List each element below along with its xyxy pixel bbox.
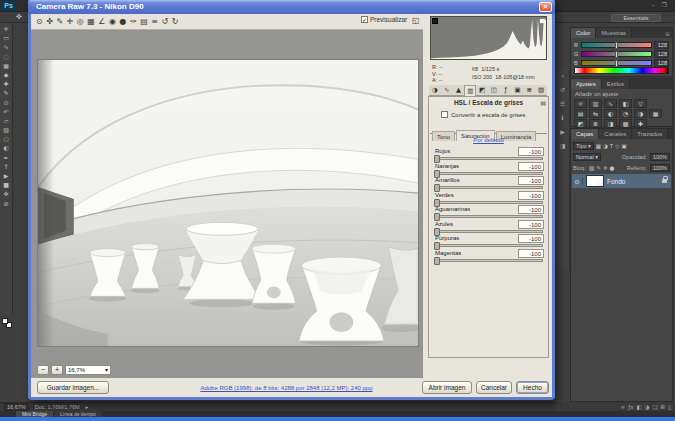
adj-posterize-icon[interactable]: ≣ — [589, 119, 602, 128]
slider-handle[interactable] — [434, 257, 440, 265]
slider-track[interactable] — [434, 215, 543, 218]
layer-row-background[interactable]: ⊙ Fondo — [572, 174, 671, 188]
layer-filter-select[interactable]: Tipo ▾ — [573, 142, 594, 150]
cr-targeted-adjustment-tool-icon[interactable]: ◎ — [77, 17, 84, 27]
adj-photo-filter-icon[interactable]: ◔ — [619, 109, 632, 118]
cr-preferences-icon[interactable]: ≡ — [151, 17, 158, 27]
opacity-value[interactable]: 100% — [650, 153, 670, 161]
filter-smart-icon[interactable]: ▣ — [621, 143, 626, 149]
convert-grayscale-toggle[interactable]: Convertir a escala de grises — [441, 111, 525, 118]
cr-white-balance-tool-icon[interactable]: ✎ — [56, 17, 63, 27]
hand-tool-icon[interactable]: ✜ — [3, 191, 8, 197]
cr-tab-lens-corrections-icon[interactable]: ◫ — [488, 85, 500, 96]
foreground-color-swatch[interactable] — [2, 318, 8, 324]
cr-adjustment-brush-tool-icon[interactable]: ✑ — [130, 17, 137, 27]
window-restore-icon[interactable]: ❐ — [662, 1, 667, 8]
channel-slider-handle[interactable] — [615, 51, 618, 58]
slider-track[interactable] — [434, 244, 543, 247]
tab-trazados[interactable]: Trazados — [632, 129, 668, 139]
adj-color-balance-icon[interactable]: ⇆ — [589, 109, 602, 118]
slider-value[interactable]: -100 — [518, 234, 544, 243]
actions-panel-icon[interactable]: ▶ — [560, 128, 565, 135]
color-spectrum-ramp[interactable] — [574, 67, 669, 74]
slider-value[interactable]: -100 — [518, 176, 544, 185]
adj-hue-saturation-icon[interactable]: ▤ — [574, 109, 587, 118]
clone-stamp-tool-icon[interactable]: ⊙ — [3, 100, 8, 106]
brush-tool-icon[interactable]: ✎ — [3, 90, 8, 96]
preview-image[interactable] — [37, 59, 419, 347]
slider-track[interactable] — [434, 157, 543, 160]
done-button[interactable]: Hecho — [516, 381, 549, 394]
open-image-button[interactable]: Abrir imagen — [422, 381, 472, 394]
new-layer-icon[interactable]: ⊞ — [660, 404, 665, 410]
shape-tool-icon[interactable]: ■ — [3, 182, 9, 188]
lasso-tool-icon[interactable]: ∿ — [3, 44, 8, 50]
type-tool-icon[interactable]: T — [4, 164, 8, 170]
cr-red-eye-tool-icon[interactable]: ● — [120, 17, 127, 27]
slider-value[interactable]: -100 — [518, 220, 544, 229]
slider-track[interactable] — [434, 201, 543, 204]
filter-adjustment-icon[interactable]: ◑ — [603, 143, 608, 149]
fullscreen-toggle-icon[interactable]: ◱ — [412, 16, 420, 25]
tab-estilos[interactable]: Estilos — [602, 79, 631, 89]
channel-value[interactable]: 128 — [654, 41, 669, 49]
adj-curves-icon[interactable]: ∿ — [604, 99, 617, 108]
channel-slider[interactable] — [581, 42, 652, 48]
slider-track[interactable] — [434, 259, 543, 262]
cr-graduated-filter-tool-icon[interactable]: ▤ — [140, 17, 148, 27]
histogram[interactable] — [430, 16, 547, 60]
workspace-switcher[interactable]: Essentials — [611, 14, 661, 22]
cr-tab-effects-icon[interactable]: ƒ — [500, 85, 512, 96]
eraser-tool-icon[interactable]: ▱ — [4, 118, 9, 124]
lock-transparency-icon[interactable]: ▨ — [589, 165, 594, 171]
adj-selective-color-icon[interactable]: ✚ — [634, 119, 647, 128]
cr-rotate-left-icon[interactable]: ↺ — [161, 17, 168, 27]
filter-pixel-icon[interactable]: ▦ — [596, 143, 601, 149]
dialog-title-bar[interactable]: Camera Raw 7.3 - Nikon D90 ✕ — [28, 0, 555, 14]
gradient-tool-icon[interactable]: ▨ — [3, 127, 9, 133]
new-adjustment-icon[interactable]: ◑ — [645, 404, 650, 410]
close-icon[interactable]: ✕ — [539, 2, 552, 12]
quick-select-tool-icon[interactable]: ◌ — [3, 54, 8, 60]
delete-layer-icon[interactable]: ▯ — [668, 404, 671, 410]
adj-levels-icon[interactable]: ▥ — [589, 99, 602, 108]
default-link[interactable]: Por defecto — [429, 137, 548, 143]
marquee-tool-icon[interactable]: ▭ — [3, 35, 9, 41]
tab-color[interactable]: Color — [571, 28, 596, 38]
healing-brush-tool-icon[interactable]: ✚ — [3, 81, 8, 87]
zoom-tool-icon[interactable]: ⊘ — [3, 201, 8, 207]
adj-black-white-icon[interactable]: ◐ — [604, 109, 617, 118]
save-image-button[interactable]: Guardar imagen... — [37, 381, 109, 394]
layer-effects-icon[interactable]: ƒx — [628, 404, 633, 410]
slider-value[interactable]: -100 — [518, 191, 544, 200]
lock-pixels-icon[interactable]: ✎ — [596, 165, 601, 171]
tab-capas[interactable]: Capas — [571, 129, 599, 139]
slider-value[interactable]: -100 — [518, 249, 544, 258]
channel-slider[interactable] — [581, 51, 652, 57]
pen-tool-icon[interactable]: ✒ — [3, 155, 8, 161]
layer-visibility-eye-icon[interactable]: ⊙ — [572, 178, 583, 185]
filter-type-icon[interactable]: T — [610, 143, 613, 149]
slider-value[interactable]: -100 — [518, 147, 544, 156]
styles-panel-icon[interactable]: ◨ — [560, 142, 566, 149]
cr-hand-tool-icon[interactable]: ✜ — [46, 17, 53, 27]
channel-value[interactable]: 128 — [654, 50, 669, 58]
path-select-tool-icon[interactable]: ▶ — [4, 173, 9, 179]
preview-toggle[interactable]: ✓ Previsualizar — [361, 16, 407, 23]
blend-mode-select[interactable]: Normal ▾ — [573, 153, 601, 161]
cr-tab-camera-calibration-icon[interactable]: ▣ — [512, 85, 524, 96]
adj-channel-mixer-icon[interactable]: ◑ — [634, 109, 647, 118]
convert-grayscale-checkbox[interactable] — [441, 111, 448, 118]
slider-track[interactable] — [434, 186, 543, 189]
cr-tab-presets-icon[interactable]: ≣ — [523, 85, 535, 96]
properties-panel-icon[interactable]: ☰ — [560, 100, 565, 107]
cancel-button[interactable]: Cancelar — [476, 381, 512, 394]
eyedropper-tool-icon[interactable]: ◆ — [4, 72, 9, 78]
fill-value[interactable]: 100% — [650, 164, 670, 172]
panel-menu-icon[interactable]: ≡ — [665, 30, 670, 37]
channel-slider-handle[interactable] — [615, 60, 618, 67]
tab-ajustes[interactable]: Ajustes — [571, 79, 602, 89]
cr-tab-split-toning-icon[interactable]: ◩ — [476, 85, 488, 96]
filter-shape-icon[interactable]: ◇ — [615, 143, 619, 149]
cr-crop-tool-icon[interactable]: ▦ — [87, 17, 95, 27]
